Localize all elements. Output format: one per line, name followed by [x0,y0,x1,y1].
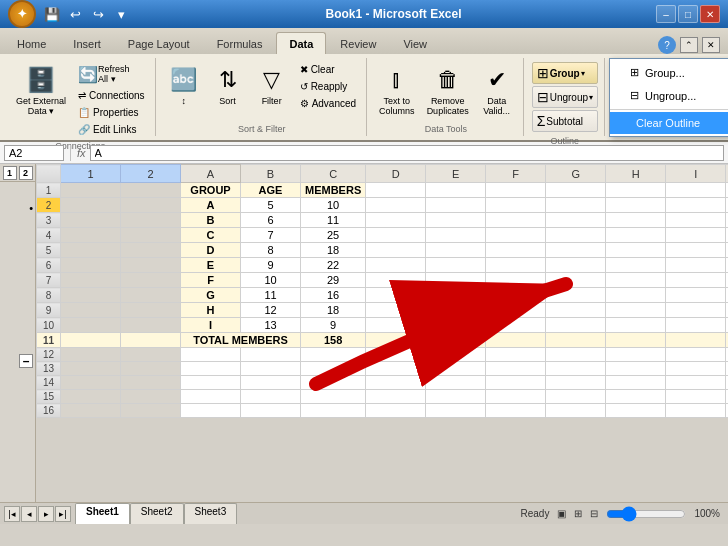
sort-button[interactable]: ⇅ Sort [208,62,248,108]
data-validation-button[interactable]: ✔ DataValid... [477,62,517,118]
clear-outline-menu-item[interactable]: Clear Outline [610,112,728,134]
col-header-F[interactable]: F [486,165,546,183]
col-header-A[interactable]: A [181,165,241,183]
row-header-5[interactable]: 5 [37,243,61,258]
cell-H2[interactable] [606,198,666,213]
row-header-12[interactable]: 12 [37,348,61,362]
cell-outline-3b[interactable] [121,213,181,228]
maximize-button[interactable]: □ [678,5,698,23]
row-header-14[interactable]: 14 [37,376,61,390]
ribbon-minimize-button[interactable]: ⌃ [680,37,698,53]
text-to-columns-button[interactable]: ⫿ Text toColumns [375,62,419,118]
cell-G3[interactable] [546,213,606,228]
cell-C8[interactable]: 16 [301,288,366,303]
cell-F1[interactable] [486,183,546,198]
cell-A10[interactable]: I [181,318,241,333]
ungroup-menu-item[interactable]: ⊟ Ungroup... [610,84,728,107]
sheet-first-button[interactable]: |◂ [4,506,20,522]
col-header-num1[interactable]: 1 [61,165,121,183]
sheet-tab-sheet2[interactable]: Sheet2 [130,503,184,524]
cell-outline-1a[interactable] [61,183,121,198]
tab-data[interactable]: Data [276,32,326,54]
cell-B6[interactable]: 9 [241,258,301,273]
ribbon-close-button[interactable]: ✕ [702,37,720,53]
cell-C9[interactable]: 18 [301,303,366,318]
row-header-13[interactable]: 13 [37,362,61,376]
properties-button[interactable]: 📋 Properties [74,105,149,120]
cell-B1[interactable]: AGE [241,183,301,198]
cell-D2[interactable] [366,198,426,213]
cell-C5[interactable]: 18 [301,243,366,258]
cell-I3[interactable] [666,213,726,228]
zoom-slider[interactable] [606,508,686,520]
reapply-button[interactable]: ↺ Reapply [296,79,360,94]
col-header-D[interactable]: D [366,165,426,183]
cell-A9[interactable]: H [181,303,241,318]
tab-formulas[interactable]: Formulas [204,32,276,54]
ungroup-button[interactable]: ⊟ Ungroup ▾ [532,86,598,108]
cell-A1[interactable]: GROUP [181,183,241,198]
cell-B10[interactable]: 13 [241,318,301,333]
advanced-button[interactable]: ⚙ Advanced [296,96,360,111]
row-header-7[interactable]: 7 [37,273,61,288]
save-qa-button[interactable]: 💾 [42,4,62,24]
col-header-B[interactable]: B [241,165,301,183]
col-header-C[interactable]: C [301,165,366,183]
cell-outline-3a[interactable] [61,213,121,228]
undo-qa-button[interactable]: ↩ [65,4,85,24]
cell-A5[interactable]: D [181,243,241,258]
row-header-15[interactable]: 15 [37,390,61,404]
cell-C4[interactable]: 25 [301,228,366,243]
row-header-8[interactable]: 8 [37,288,61,303]
cell-G2[interactable] [546,198,606,213]
close-button[interactable]: ✕ [700,5,720,23]
sheet-tab-sheet1[interactable]: Sheet1 [75,503,130,524]
name-box[interactable] [4,145,64,161]
cell-C2[interactable]: 10 [301,198,366,213]
refresh-all-button[interactable]: 🔄 RefreshAll ▾ [74,62,149,86]
cell-E3[interactable] [426,213,486,228]
cell-E2[interactable] [426,198,486,213]
col-header-num2[interactable]: 2 [121,165,181,183]
cell-C7[interactable]: 29 [301,273,366,288]
cell-F2[interactable] [486,198,546,213]
row-header-3[interactable]: 3 [37,213,61,228]
row-header-2[interactable]: 2 [37,198,61,213]
cell-B2[interactable]: 5 [241,198,301,213]
cell-B8[interactable]: 11 [241,288,301,303]
cell-G1[interactable] [546,183,606,198]
clear-filter-button[interactable]: ✖ Clear [296,62,360,77]
cell-outline-2a[interactable] [61,198,121,213]
remove-duplicates-button[interactable]: 🗑 RemoveDuplicates [423,62,473,118]
cell-A2[interactable]: A [181,198,241,213]
cell-A6[interactable]: E [181,258,241,273]
cell-C1[interactable]: MEMBERS [301,183,366,198]
filter-button[interactable]: ▽ Filter [252,62,292,108]
cell-A7[interactable]: F [181,273,241,288]
cell-D1[interactable] [366,183,426,198]
tab-view[interactable]: View [390,32,440,54]
redo-qa-button[interactable]: ↪ [88,4,108,24]
cell-C6[interactable]: 22 [301,258,366,273]
cell-B7[interactable]: 10 [241,273,301,288]
level-1-button[interactable]: 1 [3,166,17,180]
cell-H3[interactable] [606,213,666,228]
office-button[interactable]: ✦ [8,0,36,28]
cell-B5[interactable]: 8 [241,243,301,258]
cell-H1[interactable] [606,183,666,198]
minimize-button[interactable]: – [656,5,676,23]
tab-home[interactable]: Home [4,32,59,54]
row-header-16[interactable]: 16 [37,404,61,418]
cell-B4[interactable]: 7 [241,228,301,243]
col-header-G[interactable]: G [546,165,606,183]
cell-C10[interactable]: 9 [301,318,366,333]
cell-C3[interactable]: 11 [301,213,366,228]
sheet-last-button[interactable]: ▸| [55,506,71,522]
tab-insert[interactable]: Insert [60,32,114,54]
edit-links-button[interactable]: 🔗 Edit Links [74,122,149,137]
row-header-1[interactable]: 1 [37,183,61,198]
cell-E1[interactable] [426,183,486,198]
level-2-button[interactable]: 2 [19,166,33,180]
row-header-9[interactable]: 9 [37,303,61,318]
sort-az-button[interactable]: 🔤 ↕️ [164,62,204,108]
